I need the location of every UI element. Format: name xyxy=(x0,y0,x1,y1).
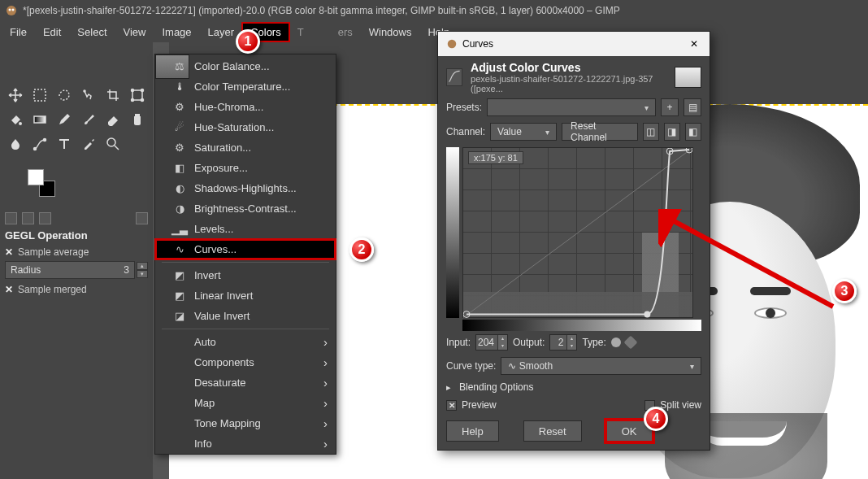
bucket-fill-tool-icon[interactable] xyxy=(5,109,26,130)
svg-point-0 xyxy=(7,6,16,15)
text-tool-icon[interactable] xyxy=(54,133,75,155)
crop-tool-icon[interactable] xyxy=(102,85,124,106)
rect-select-tool-icon[interactable] xyxy=(29,85,50,106)
cursor-xy-label: x:175 y: 81 xyxy=(468,151,523,164)
menu-tools-partial[interactable]: T xyxy=(289,23,312,41)
reset-channel-button[interactable]: Reset Channel xyxy=(562,123,638,141)
radius-value: 3 xyxy=(124,264,129,276)
main-area: GEGL Operation ✕ Sample average Radius 3… xyxy=(0,42,868,479)
svg-point-4 xyxy=(84,90,85,92)
svg-point-9 xyxy=(141,99,144,102)
menu-file[interactable]: File xyxy=(2,23,35,41)
menu-desaturate[interactable]: Desaturate xyxy=(155,372,336,393)
sample-merged-checkbox[interactable]: ✕ xyxy=(5,284,13,295)
curve-graph[interactable]: x:175 y: 81 xyxy=(462,147,693,318)
dock-tab-1[interactable] xyxy=(5,212,17,224)
zoom-tool-icon[interactable] xyxy=(102,133,124,155)
menu-curves[interactable]: ∿Curves... xyxy=(155,239,336,259)
dock-tab-menu[interactable] xyxy=(136,212,148,224)
close-icon[interactable]: ✕ xyxy=(687,37,701,51)
chevron-down-icon: ▾ xyxy=(545,128,549,137)
curve-area: x:175 y: 81 xyxy=(446,147,701,318)
sample-average-row[interactable]: ✕ Sample average xyxy=(5,246,148,258)
menu-tone-mapping[interactable]: Tone Mapping xyxy=(155,413,336,433)
point-type-corner[interactable] xyxy=(623,336,637,350)
invert-icon: ◪ xyxy=(173,310,186,323)
pencil-tool-icon[interactable] xyxy=(54,109,75,130)
input-value-field[interactable]: 204▴▾ xyxy=(475,334,508,351)
presets-label: Presets: xyxy=(446,102,482,113)
menu-auto[interactable]: Auto xyxy=(155,332,336,352)
reset-button[interactable]: Reset xyxy=(523,420,582,442)
menu-windows[interactable]: Windows xyxy=(361,23,420,41)
menu-value-invert[interactable]: ◪Value Invert xyxy=(155,306,336,326)
menu-filters-partial[interactable]: ers xyxy=(330,23,361,41)
histogram-perceptual-button[interactable]: ◧ xyxy=(685,123,701,141)
add-preset-button[interactable]: + xyxy=(661,98,679,116)
menu-hue-chroma[interactable]: ⚙Hue-Chroma... xyxy=(155,97,336,117)
menu-info[interactable]: Info xyxy=(155,433,336,454)
menu-exposure[interactable]: ◧Exposure... xyxy=(155,158,336,178)
histogram-linear-button[interactable]: ◫ xyxy=(643,123,659,141)
menu-map[interactable]: Map xyxy=(155,393,336,413)
main-menubar: File Edit Select View Image Layer Colors… xyxy=(0,21,868,42)
dock-tab-3[interactable] xyxy=(39,212,51,224)
preset-menu-button[interactable]: ▤ xyxy=(684,98,701,116)
callout-3: 3 xyxy=(832,279,857,303)
menu-view[interactable]: View xyxy=(115,23,154,41)
blending-options-label: Blending Options xyxy=(459,381,533,393)
menu-linear-invert[interactable]: ◩Linear Invert xyxy=(155,285,336,306)
menu-color-balance[interactable]: ⚖Color Balance... xyxy=(155,56,336,76)
gradient-tool-icon[interactable] xyxy=(29,109,50,130)
color-picker-tool-icon[interactable] xyxy=(78,133,99,155)
move-tool-icon[interactable] xyxy=(5,85,26,106)
path-tool-icon[interactable] xyxy=(29,133,50,155)
chevron-down-icon: ▾ xyxy=(690,362,694,371)
menu-brightness-contrast[interactable]: ◑Brightness-Contrast... xyxy=(155,198,336,219)
menu-shadows-highlights[interactable]: ◐Shadows-Highlights... xyxy=(155,178,336,198)
output-value-field[interactable]: 2▴▾ xyxy=(549,334,577,351)
transform-tool-icon[interactable] xyxy=(127,85,148,106)
paintbrush-tool-icon[interactable] xyxy=(78,109,99,130)
radius-spinner[interactable]: ▴▾ xyxy=(137,262,148,278)
channel-select[interactable]: Value▾ xyxy=(490,123,557,141)
menu-invert[interactable]: ◩Invert xyxy=(155,265,336,285)
sample-average-checkbox[interactable]: ✕ xyxy=(5,246,13,258)
help-button[interactable]: Help xyxy=(446,420,499,442)
menu-saturation[interactable]: ⚙Saturation... xyxy=(155,137,336,158)
menu-components[interactable]: Components xyxy=(155,352,336,372)
svg-point-14 xyxy=(44,139,46,142)
menu-image[interactable]: Image xyxy=(154,23,199,41)
radius-row: Radius 3 ▴▾ xyxy=(5,261,148,279)
curve-type-label: Curve type: xyxy=(446,360,496,372)
dock-tab-2[interactable] xyxy=(22,212,34,224)
fuzzy-select-tool-icon[interactable] xyxy=(78,85,99,106)
smudge-tool-icon[interactable] xyxy=(5,133,26,155)
preview-checkbox[interactable]: ✕ xyxy=(446,400,457,411)
contrast-icon: ◑ xyxy=(173,202,186,216)
free-select-tool-icon[interactable] xyxy=(54,85,75,106)
sample-merged-row[interactable]: ✕ Sample merged xyxy=(5,284,148,295)
dialog-titlebar[interactable]: Curves ✕ xyxy=(438,32,710,56)
menu-hue-saturation[interactable]: ☄Hue-Saturation... xyxy=(155,117,336,137)
fg-bg-color-swatch[interactable] xyxy=(28,169,55,197)
sliders-icon: ☄ xyxy=(173,121,186,134)
menu-levels[interactable]: ▁▃Levels... xyxy=(155,219,336,239)
blending-options-row[interactable]: ▸ Blending Options xyxy=(438,378,710,396)
clone-tool-icon[interactable] xyxy=(127,109,148,130)
tool-options-title: GEGL Operation xyxy=(5,229,148,242)
menu-select[interactable]: Select xyxy=(69,23,115,41)
tool-grid xyxy=(5,85,148,155)
menu-color-temperature[interactable]: 🌡Color Temperature... xyxy=(155,76,336,97)
eraser-tool-icon[interactable] xyxy=(102,109,124,130)
presets-row: Presets: ▾ + ▤ xyxy=(438,95,710,120)
radius-field[interactable]: Radius 3 xyxy=(5,261,135,279)
point-type-smooth[interactable] xyxy=(611,337,621,347)
shadows-icon: ◐ xyxy=(173,182,186,195)
fg-color-swatch[interactable] xyxy=(28,169,44,185)
curve-type-select[interactable]: ∿ Smooth▾ xyxy=(501,357,701,375)
histogram-log-button[interactable]: ◨ xyxy=(664,123,680,141)
callout-2: 2 xyxy=(349,237,374,262)
presets-select[interactable]: ▾ xyxy=(487,98,656,116)
menu-edit[interactable]: Edit xyxy=(35,23,69,41)
